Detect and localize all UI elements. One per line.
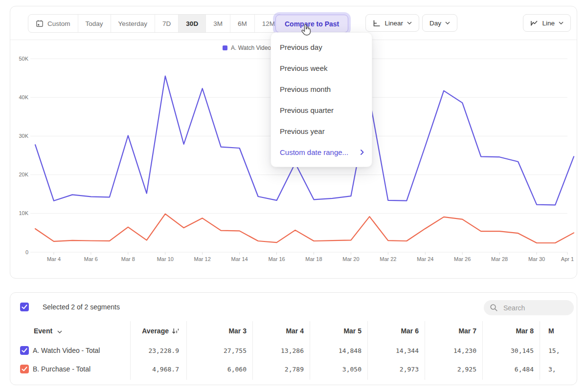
table-header-mar-7: Mar 7 [458,327,476,335]
row-checkbox[interactable] [20,346,29,355]
chevron-right-icon [361,150,364,155]
check-icon [22,348,27,353]
x-axis-label: Mar 20 [336,256,365,262]
preset-7d[interactable]: 7D [155,15,178,32]
preset-label: 30D [186,20,198,27]
value-cell: 14,848 [339,347,361,354]
preset-label: 7D [162,20,171,27]
line-chart-icon [530,20,538,27]
table-header-average[interactable]: Average [142,327,179,335]
y-axis-label: 50K [9,56,28,62]
table-header-clipped: M [548,327,554,335]
check-icon [22,367,27,371]
column-separator [130,321,131,380]
chart-type-selector-label: Line [542,20,555,27]
menu-item-custom-date-range[interactable]: Custom date range... [271,142,372,163]
preset-label: 3M [213,20,223,27]
value-cell: 14,344 [396,347,419,354]
table-header-mar-8: Mar 8 [516,327,534,335]
average-cell: 4,968.7 [152,366,179,373]
custom-date-range-label: Custom date range... [280,142,348,163]
y-axis-label: 10K [9,210,28,216]
x-axis-label: Mar 16 [262,256,292,262]
preset-6m[interactable]: 6M [230,15,254,32]
preset-label: 12M [262,20,275,27]
search-input[interactable] [502,304,563,312]
x-axis-label: Mar 10 [151,256,180,262]
value-cell: 2,789 [285,366,304,373]
y-axis-label: 40K [9,94,28,100]
x-axis-label: Mar 28 [485,256,514,262]
table-header-mar-3: Mar 3 [228,327,247,335]
column-separator [367,321,368,380]
chevron-down-icon [57,330,62,333]
preset-label: Today [86,20,103,27]
check-icon [22,305,27,309]
chevron-down-icon [407,22,412,24]
x-axis-label: Mar 30 [522,256,551,262]
menu-item-previous-month[interactable]: Previous month [271,79,372,100]
preset-30d[interactable]: 30D [178,15,205,32]
value-cell: 14,230 [453,347,476,354]
segment-row-label: A. Watch Video - Total [33,347,100,354]
granularity-selector-button[interactable]: Day [422,14,457,32]
column-separator [540,321,540,380]
x-axis-label: Mar 26 [448,256,477,262]
value-cell: 2,925 [457,366,476,373]
preset-3m[interactable]: 3M [205,15,230,32]
menu-item-previous-year[interactable]: Previous year [271,121,372,142]
calendar-icon [36,20,44,27]
select-all-checkbox[interactable] [20,303,29,311]
search-icon [490,304,498,312]
x-axis-label: Apr 1 [553,256,582,262]
row-checkbox[interactable] [20,365,29,373]
preset-label: Custom [47,20,70,27]
column-separator [186,321,187,380]
axis-scale-icon [373,20,381,27]
date-range-preset-group: CustomTodayYesterday7D30D3M6M12M [28,14,283,33]
x-axis-label: Mar 18 [299,256,328,262]
menu-item-previous-week[interactable]: Previous week [271,58,372,79]
value-cell: 3,050 [342,366,361,373]
scale-selector-label: Linear [384,20,403,27]
column-separator [482,321,483,380]
menu-item-previous-day[interactable]: Previous day [271,37,372,58]
y-axis-label: 0 [9,249,28,255]
x-axis-label: Mar 12 [188,256,217,262]
chevron-down-icon [445,22,450,24]
preset-label: 6M [238,20,247,27]
value-cell: 6,484 [515,366,534,373]
scale-selector-button[interactable]: Linear [365,14,419,32]
table-header-event[interactable]: Event [34,327,62,335]
compare-to-past-menu: Previous dayPrevious weekPrevious monthP… [271,32,372,167]
value-cell: 27,755 [224,347,247,354]
preset-label: Yesterday [118,20,148,27]
chevron-down-icon [559,22,564,24]
segments-selected-label: Selected 2 of 2 segments [43,303,120,311]
value-cell: 13,286 [281,347,304,354]
average-cell: 23,228.9 [148,347,179,354]
x-axis-label: Mar 8 [113,256,143,262]
preset-custom[interactable]: Custom [28,15,78,32]
y-axis-label: 20K [9,172,28,177]
chart-type-selector-button[interactable]: Line [523,14,571,32]
column-separator [252,321,253,380]
column-separator [425,321,425,380]
preset-today[interactable]: Today [78,15,111,32]
x-axis-label: Mar 24 [410,256,440,262]
menu-item-previous-quarter[interactable]: Previous quarter [271,100,372,121]
x-axis-label: Mar 4 [39,256,68,262]
x-axis-label: Mar 6 [76,256,106,262]
column-separator [310,321,310,380]
compare-to-past-button[interactable]: Compare to Past [275,15,348,33]
sort-descending-icon [172,327,179,334]
x-axis-label: Mar 14 [225,256,254,262]
granularity-selector-label: Day [429,20,441,27]
value-cell: 2,973 [400,366,419,373]
legend-swatch [223,45,227,50]
preset-yesterday[interactable]: Yesterday [111,15,155,32]
search-box[interactable] [484,300,574,315]
analytics-report-page: CustomTodayYesterday7D30D3M6M12M Linear … [0,0,587,392]
clipped-value-cell: 15, [548,347,560,354]
table-header-mar-5: Mar 5 [343,327,361,335]
